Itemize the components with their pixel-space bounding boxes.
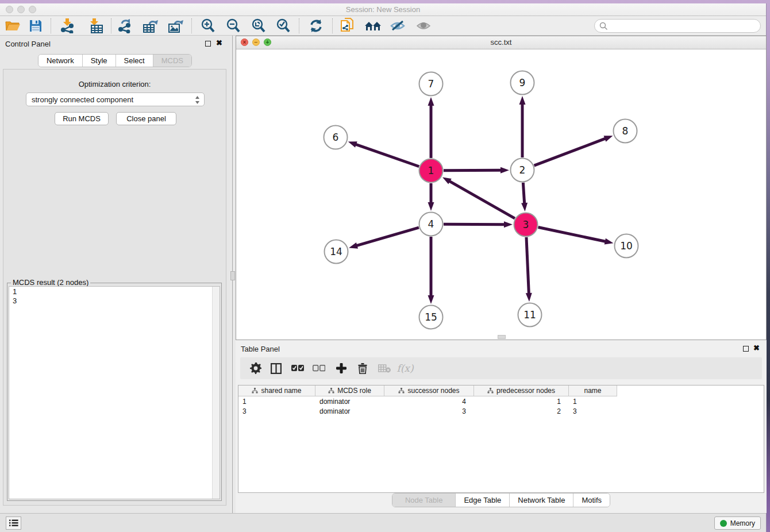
export-image-icon[interactable] — [167, 18, 185, 34]
shared-column-icon — [328, 388, 334, 394]
function-builder-icon[interactable]: f(x) — [396, 360, 414, 376]
network-graph: 7968124314101511 — [236, 49, 766, 340]
tab-network-table[interactable]: Network Table — [510, 494, 573, 507]
zoom-selected-icon[interactable] — [274, 18, 292, 34]
network-canvas[interactable]: 7968124314101511 — [236, 49, 766, 340]
panel-splitter[interactable] — [230, 36, 236, 513]
zoom-out-icon[interactable] — [224, 18, 242, 34]
graph-edge-3-11[interactable] — [526, 237, 529, 295]
table-panel: Table Panel ✖ — [236, 340, 767, 513]
search-field[interactable] — [594, 19, 761, 33]
tab-motifs[interactable]: Motifs — [573, 494, 610, 507]
table-settings-gear-icon[interactable] — [247, 360, 264, 376]
control-panel: Control Panel ✖ Network Style Select MCD… — [0, 36, 230, 513]
graph-edge-4-14[interactable] — [356, 228, 419, 246]
column-header-mcds-role[interactable]: MCDS role — [315, 385, 384, 396]
tab-node-table[interactable]: Node Table — [392, 494, 456, 507]
table-row[interactable]: 3 dominator 3 2 3 — [238, 406, 764, 416]
create-column-plus-icon[interactable] — [333, 360, 350, 376]
optimization-criterion-value: strongly connected component — [32, 95, 133, 104]
export-table-icon[interactable] — [141, 18, 160, 34]
table-tabs: Node Table Edge Table Network Table Moti… — [236, 493, 767, 507]
graph-edge-3-10[interactable] — [538, 228, 607, 242]
tab-network[interactable]: Network — [38, 55, 83, 67]
close-panel-icon[interactable]: ✖ — [216, 39, 222, 47]
memory-button[interactable]: Memory — [714, 516, 761, 530]
graph-edge-1-6[interactable] — [355, 144, 419, 167]
first-neighbors-icon[interactable] — [364, 18, 382, 34]
import-network-icon[interactable] — [59, 18, 77, 34]
close-table-panel-icon[interactable]: ✖ — [753, 344, 760, 352]
float-panel-icon[interactable] — [205, 41, 211, 47]
chevron-up-down-icon — [195, 95, 200, 106]
toolbar-separator — [332, 18, 333, 33]
open-session-icon[interactable] — [3, 18, 22, 34]
close-panel-button[interactable]: Close panel — [116, 112, 176, 125]
export-network-icon[interactable] — [116, 18, 134, 34]
task-history-button[interactable] — [6, 516, 21, 530]
table-header-row: shared name MCDS role successor nodes pr… — [238, 385, 764, 396]
graph-node-label: 15 — [425, 311, 437, 323]
import-table-icon[interactable] — [86, 18, 105, 34]
toolbar-separator — [191, 18, 192, 33]
new-network-from-selection-icon[interactable] — [338, 18, 357, 34]
tab-select[interactable]: Select — [116, 55, 153, 67]
network-window-titlebar[interactable]: × − + scc.txt — [236, 36, 766, 49]
graph-edge-1-2[interactable] — [444, 170, 502, 171]
graph-node-label: 4 — [428, 218, 434, 230]
unselect-all-icon[interactable] — [310, 360, 328, 376]
graph-edge-2-3[interactable] — [523, 183, 524, 205]
toolbar-separator — [51, 18, 51, 33]
node-table[interactable]: shared name MCDS role successor nodes pr… — [238, 385, 764, 493]
network-window-title: scc.txt — [236, 38, 766, 47]
splitter-grip[interactable] — [230, 271, 235, 280]
tab-mcds[interactable]: MCDS — [153, 55, 191, 67]
graph-node-label: 10 — [620, 240, 633, 252]
graph-edge-arrow — [428, 295, 434, 304]
optimization-criterion-select[interactable]: strongly connected component — [26, 92, 205, 106]
memory-label: Memory — [730, 519, 755, 527]
hide-selected-icon[interactable] — [388, 18, 407, 34]
refresh-icon[interactable] — [307, 18, 325, 34]
graph-node-label: 6 — [333, 132, 339, 143]
memory-status-icon — [720, 520, 727, 527]
control-panel-header: Control Panel ✖ — [0, 36, 230, 51]
column-header-name[interactable]: name — [569, 385, 617, 396]
show-all-icon[interactable] — [414, 18, 433, 34]
list-icon — [9, 519, 18, 527]
shared-column-icon — [398, 388, 405, 394]
graph-edge-2-8[interactable] — [534, 138, 607, 165]
window-titlebar[interactable]: Session: New Session — [0, 3, 766, 16]
network-resize-grip[interactable] — [498, 335, 506, 339]
network-view-window: × − + scc.txt 7968124314101511 — [236, 36, 767, 340]
graph-edge-3-1[interactable] — [448, 180, 514, 218]
column-header-shared-name[interactable]: shared name — [238, 385, 315, 396]
select-all-icon[interactable] — [289, 360, 306, 376]
shared-column-icon — [252, 388, 258, 394]
table-row[interactable]: 1 dominator 4 1 1 — [238, 396, 764, 406]
graph-edge-4-3[interactable] — [444, 224, 506, 225]
delete-column-trash-icon[interactable] — [354, 360, 371, 376]
graph-edge-arrow — [605, 238, 614, 245]
zoom-in-icon[interactable] — [199, 18, 217, 34]
mcds-result-line: 3 — [9, 296, 220, 305]
mcds-result-title: MCDS result (2 nodes) — [11, 278, 90, 287]
mcds-result-textarea[interactable]: 1 3 — [9, 286, 220, 499]
tab-style[interactable]: Style — [83, 55, 116, 67]
toolbar-separator — [111, 18, 111, 33]
graph-edge-arrow — [526, 293, 532, 302]
graph-node-label: 7 — [428, 78, 434, 90]
result-scrollbar[interactable] — [212, 287, 220, 499]
control-panel-tabs: Network Style Select MCDS — [0, 54, 230, 67]
column-header-successor-nodes[interactable]: successor nodes — [384, 385, 474, 396]
column-header-predecessor-nodes[interactable]: predecessor nodes — [474, 385, 569, 396]
save-session-icon[interactable] — [26, 18, 45, 34]
search-input[interactable] — [608, 22, 746, 30]
show-column-panel-icon[interactable] — [267, 360, 284, 376]
float-table-panel-icon[interactable] — [743, 346, 749, 352]
run-mcds-button[interactable]: Run MCDS — [55, 112, 109, 125]
mcds-result-line: 1 — [9, 287, 220, 296]
tab-edge-table[interactable]: Edge Table — [456, 494, 510, 507]
zoom-fit-icon[interactable] — [249, 18, 268, 34]
delete-table-icon[interactable] — [376, 360, 393, 376]
